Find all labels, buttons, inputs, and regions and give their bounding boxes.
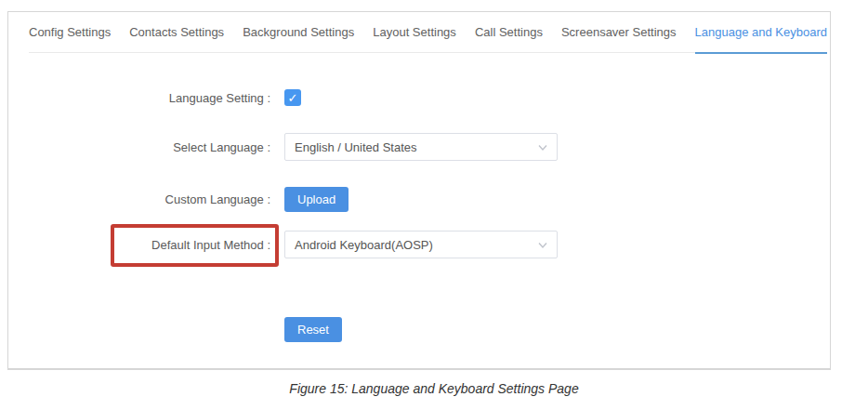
custom-language-label: Custom Language : bbox=[8, 192, 270, 206]
default-input-method-label: Default Input Method : bbox=[8, 238, 270, 252]
figure-caption: Figure 15: Language and Keyboard Setting… bbox=[0, 381, 868, 396]
tab-background-settings[interactable]: Background Settings bbox=[243, 12, 354, 52]
select-language-row: Select Language : English / United State… bbox=[8, 133, 558, 161]
reset-button[interactable]: Reset bbox=[284, 317, 342, 342]
tab-contacts-settings[interactable]: Contacts Settings bbox=[129, 12, 224, 52]
language-setting-label: Language Setting : bbox=[8, 91, 270, 105]
select-language-label: Select Language : bbox=[8, 140, 270, 154]
select-language-dropdown[interactable]: English / United States bbox=[284, 133, 558, 161]
reset-row: Reset bbox=[8, 315, 342, 343]
tab-screensaver-settings[interactable]: Screensaver Settings bbox=[561, 12, 677, 52]
settings-panel: Config Settings Contacts Settings Backgr… bbox=[7, 11, 831, 370]
chevron-down-icon bbox=[537, 240, 548, 251]
default-input-method-value: Android Keyboard(AOSP) bbox=[295, 238, 433, 252]
chevron-down-icon bbox=[537, 142, 548, 153]
default-input-method-row: Default Input Method : Android Keyboard(… bbox=[8, 231, 558, 258]
checkmark-icon: ✓ bbox=[288, 92, 298, 104]
tab-layout-settings[interactable]: Layout Settings bbox=[373, 12, 456, 52]
default-input-method-dropdown[interactable]: Android Keyboard(AOSP) bbox=[284, 231, 558, 258]
custom-language-row: Custom Language : Upload bbox=[8, 185, 349, 213]
tab-call-settings[interactable]: Call Settings bbox=[475, 12, 543, 52]
language-setting-row: Language Setting : ✓ bbox=[8, 84, 301, 112]
tab-config-settings[interactable]: Config Settings bbox=[29, 12, 111, 52]
settings-tabbar: Config Settings Contacts Settings Backgr… bbox=[29, 12, 827, 53]
select-language-value: English / United States bbox=[295, 140, 417, 154]
upload-button[interactable]: Upload bbox=[284, 187, 349, 212]
language-setting-checkbox[interactable]: ✓ bbox=[284, 89, 301, 106]
tab-language-and-keyboard[interactable]: Language and Keyboard bbox=[695, 12, 827, 54]
